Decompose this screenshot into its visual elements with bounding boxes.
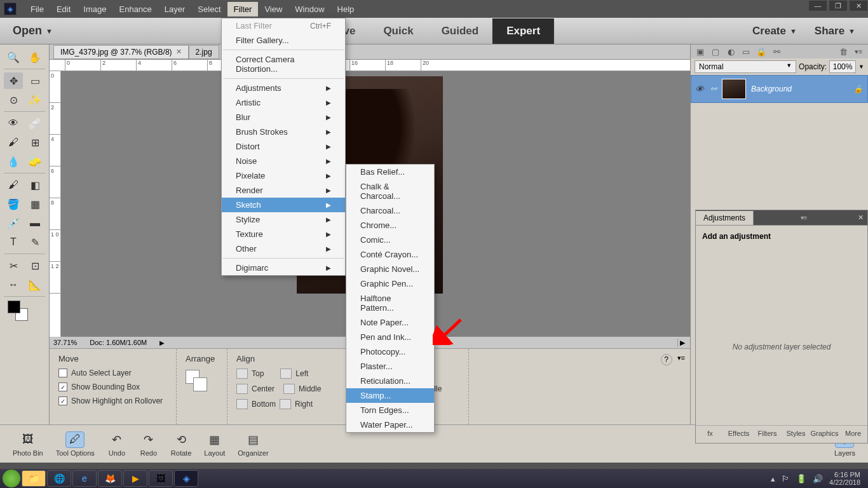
foreground-swatch[interactable] [8,301,20,313]
bottom-redo[interactable]: ↷Redo [133,431,165,457]
create-button[interactable]: Create ▼ [752,25,797,37]
straighten-tool[interactable]: 📐 [25,276,44,293]
submenu-item-graphic-pen---[interactable]: Graphic Pen... [346,276,434,291]
eraser-tool[interactable]: ◧ [25,177,44,193]
close-button[interactable]: ✕ [849,0,868,11]
bottom-photo-bin[interactable]: 🖼Photo Bin [6,431,50,457]
submenu-item-reticulation---[interactable]: Reticulation... [346,374,434,388]
clone-stamp-tool[interactable]: ⊞ [25,134,44,151]
help-icon[interactable]: ? [661,354,672,365]
adjustment-layer-icon[interactable]: ◐ [725,46,736,57]
link-icon[interactable]: ⚯ [771,46,782,57]
menu-item-brush-strokes[interactable]: Brush Strokes▶ [222,125,345,139]
menu-file[interactable]: File [24,2,50,17]
blend-mode-select[interactable]: Normal ▼ [695,60,796,73]
menu-item-blur[interactable]: Blur▶ [222,110,345,125]
menu-item-pixelate[interactable]: Pixelate▶ [222,168,345,183]
menu-help[interactable]: Help [331,2,361,17]
menu-layer[interactable]: Layer [158,2,192,17]
menu-item-other[interactable]: Other▶ [222,241,345,256]
close-icon[interactable]: ✕ [176,48,182,56]
taskbar-pse[interactable]: ◈ [174,470,198,487]
adjustments-tab[interactable]: Adjustments [696,211,754,225]
align-bottom-icon[interactable] [236,399,248,409]
checkbox[interactable]: ✓ [58,396,67,405]
share-button[interactable]: Share ▼ [815,25,855,37]
submenu-item-graphic-novel---[interactable]: Graphic Novel... [346,262,434,276]
submenu-item-chrome---[interactable]: Chrome... [346,218,434,233]
type-tool[interactable]: T [4,234,23,250]
submenu-item-pen-and-ink---[interactable]: Pen and Ink... [346,330,434,344]
submenu-item-photocopy---[interactable]: Photocopy... [346,344,434,359]
align-left-icon[interactable] [280,369,292,379]
opacity-input[interactable]: 100% [829,60,856,73]
submenu-item-water-paper---[interactable]: Water Paper... [346,417,434,432]
menu-item-digimarc[interactable]: Digimarc▶ [222,261,345,275]
submenu-item-torn-edges---[interactable]: Torn Edges... [346,403,434,417]
tray-up-icon[interactable]: ▴ [771,474,775,484]
menu-item-noise[interactable]: Noise▶ [222,154,345,168]
menu-item-correct-camera-distortion---[interactable]: Correct Camera Distortion... [222,52,345,76]
document-tab[interactable]: IMG_4379.jpg @ 37.7% (RGB/8)✕ [53,45,189,59]
submenu-item-chalk---charcoal---[interactable]: Chalk & Charcoal... [346,179,434,203]
footer-styles[interactable]: Styles [782,426,810,443]
layer-thumbnail[interactable] [722,79,746,99]
mode-tab-guided[interactable]: Guided [428,18,493,44]
menu-image[interactable]: Image [77,2,112,17]
taskbar-media[interactable]: ▶ [123,470,147,487]
menu-item-adjustments[interactable]: Adjustments▶ [222,81,345,95]
footer-fx[interactable]: fx [696,426,724,443]
menu-filter[interactable]: Filter [227,2,259,17]
arrange-icon[interactable] [193,377,207,391]
healing-tool[interactable]: 🩹 [25,115,44,132]
magic-wand-tool[interactable]: ✨ [25,92,44,108]
submenu-item-charcoal---[interactable]: Charcoal... [346,203,434,218]
brush-tool[interactable]: 🖌 [4,177,23,193]
arrow-right-icon[interactable]: ▶ [159,339,165,346]
eyedropper-tool[interactable]: 💉 [4,215,23,231]
document-tab[interactable]: 2.jpg [189,45,219,59]
visibility-icon[interactable]: 👁 [695,84,705,94]
align-top-icon[interactable] [236,369,248,379]
gradient-tool[interactable]: ▦ [25,196,44,212]
layer-row[interactable]: 👁 ⚯ Background 🔒 [691,75,868,103]
start-button[interactable] [3,470,20,487]
taskbar-firefox[interactable]: 🦊 [98,470,122,487]
submenu-item-stamp---[interactable]: Stamp... [346,388,434,403]
clock[interactable]: 6:16 PM 4/22/2018 [829,471,860,486]
lock-icon[interactable]: 🔒 [756,46,767,57]
maximize-button[interactable]: ❐ [829,0,848,11]
shape-tool[interactable]: ▬ [25,215,44,231]
footer-graphics[interactable]: Graphics [810,426,839,443]
menu-item-filter-gallery---[interactable]: Filter Gallery... [222,33,345,48]
zoom-level[interactable]: 37.71% [53,339,77,346]
menu-item-texture[interactable]: Texture▶ [222,227,345,241]
menu-item-artistic[interactable]: Artistic▶ [222,95,345,110]
trash-icon[interactable]: 🗑 [837,46,849,57]
hand-tool[interactable]: ✋ [25,49,44,65]
menu-enhance[interactable]: Enhance [113,2,158,17]
link-icon[interactable]: ⚯ [710,85,717,93]
panel-menu-icon[interactable]: ▾≡ [797,214,811,221]
bottom-layout[interactable]: ▦Layout [198,431,231,457]
align-center-icon[interactable] [236,384,248,394]
taskbar-photos[interactable]: 🖼 [149,470,173,487]
tray-battery-icon[interactable]: 🔋 [796,474,806,484]
menu-item-sketch[interactable]: Sketch▶ [222,198,345,212]
footer-effects[interactable]: Effects [724,426,753,443]
bottom-rotate[interactable]: ⟲Rotate [165,431,198,457]
crop-tool[interactable]: ✂ [4,257,23,274]
menu-view[interactable]: View [258,2,288,17]
menu-item-render[interactable]: Render▶ [222,183,345,198]
menu-item-distort[interactable]: Distort▶ [222,139,345,154]
submenu-item-bas-relief---[interactable]: Bas Relief... [346,165,434,179]
scroll-arrow[interactable]: ▶ [677,339,686,347]
sponge-tool[interactable]: 🧽 [25,153,44,170]
recompose-tool[interactable]: ⊡ [25,257,44,274]
submenu-item-cont--crayon---[interactable]: Conté Crayon... [346,247,434,262]
bottom-organizer[interactable]: ▤Organizer [231,431,275,457]
taskbar-explorer[interactable]: 📁 [22,470,46,487]
mode-tab-quick[interactable]: Quick [369,18,427,44]
align-right-icon[interactable] [280,399,291,409]
chevron-down-icon[interactable]: ▼ [858,64,864,70]
